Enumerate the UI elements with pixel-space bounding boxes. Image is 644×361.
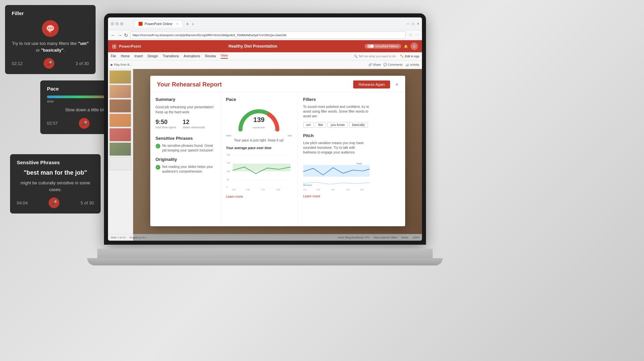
svg-point-3 [52, 28, 53, 29]
menu-animations[interactable]: Animations [184, 54, 200, 58]
stat-time-label: total time spent [156, 126, 176, 129]
menu-view[interactable]: View [221, 54, 228, 59]
slide-7[interactable] [109, 157, 131, 170]
window-minimize[interactable]: − [407, 21, 409, 26]
originality-check-text: Not reading your slides helps your audie… [162, 165, 215, 174]
sensitive-check-item: ✓ No sensitive phrases found. Great job … [156, 143, 215, 153]
activity-button[interactable]: 📊 Activity [405, 63, 419, 66]
gauge-slow-label: slow [226, 134, 231, 137]
user-avatar[interactable]: U [411, 43, 418, 50]
filler-time: 02:12 [12, 61, 23, 66]
comments-button[interactable]: 💬 Comments [383, 63, 402, 66]
browser-dot-yellow [115, 22, 119, 25]
close-report-button[interactable]: × [395, 82, 398, 87]
ppt-title: Healthy Diet Presentation [141, 44, 365, 49]
gauge-labels: slow fast [226, 134, 292, 137]
sensitive-phrases-title: Sensitive Phrases [156, 136, 215, 141]
nav-back-btn[interactable]: ← [111, 33, 115, 38]
report-body: Summary Good job rehearsing your present… [150, 92, 405, 226]
sensitive-card-title: Sensitive Phrases [17, 160, 94, 165]
browser-tab[interactable]: PowerPoint Online × [134, 20, 183, 27]
simplified-ribbon-toggle[interactable]: Simplified Ribbon [365, 44, 401, 49]
svg-text:2:25: 2:25 [232, 189, 236, 191]
laptop: PowerPoint Online × + › − □ × ← → [97, 13, 429, 332]
url-text: https://microsoft-my.sharepoint.com/p/p/… [132, 34, 286, 37]
svg-text:100: 100 [238, 129, 242, 131]
pace-time: 02:57 [47, 121, 58, 126]
pace-title: Pace [226, 97, 292, 102]
rehearsal-report-modal: Your Rehearsal Report Rehearse Again × [150, 76, 405, 226]
sensitive-check-text: No sensitive phrases found. Great job ke… [162, 143, 215, 153]
svg-text:7:15: 7:15 [261, 189, 265, 191]
menu-file[interactable]: File [111, 54, 116, 58]
new-tab-btn[interactable]: + [186, 21, 189, 26]
sensitive-time: 04:04 [17, 200, 28, 205]
menu-insert[interactable]: Insert [135, 54, 143, 58]
menu-review[interactable]: Review [205, 54, 216, 58]
pitch-description: Low pitch variation means you may have s… [303, 141, 370, 155]
svg-point-1 [48, 28, 49, 29]
tell-me[interactable]: 🔍 Tell me what you want to do [354, 55, 395, 58]
filler-mic-icon: 🎤 [44, 58, 54, 69]
edit-in-app[interactable]: ✏️ Edit in App [400, 55, 419, 58]
bookmark-icon[interactable]: ☆ [409, 33, 412, 37]
browser-chrome: PowerPoint Online × + › − □ × [108, 17, 422, 30]
menu-transitions[interactable]: Transitions [163, 54, 179, 58]
pitch-learn-more[interactable]: Learn more [303, 194, 370, 198]
tab-close-btn[interactable]: × [176, 22, 178, 26]
gauge-unit: words/min [253, 126, 265, 129]
url-bar[interactable]: https://microsoft-my.sharepoint.com/p/p/… [130, 32, 406, 39]
filler-tag-basically: basically [349, 122, 368, 128]
svg-text:0: 0 [226, 186, 228, 188]
sensitive-float-card: Sensitive Phrases "best man for the job"… [10, 154, 101, 214]
window-maximize[interactable]: □ [412, 21, 414, 26]
nav-forward-btn[interactable]: → [117, 33, 122, 38]
svg-text:0:20: 0:20 [316, 189, 320, 191]
sensitive-quote: "best man for the job" [17, 169, 94, 176]
rehearse-again-button[interactable]: Rehearse Again [353, 80, 390, 88]
summary-description: Good job rehearsing your presentation! K… [156, 105, 215, 115]
pace-column: Pace [221, 92, 298, 226]
sensitive-mic-icon: 🎤 [49, 197, 59, 208]
ppt-logo: PowerPoint [119, 44, 141, 48]
gauge-fast-label: fast [288, 134, 292, 137]
svg-text:9:50: 9:50 [276, 189, 280, 191]
laptop-bottom [97, 249, 433, 259]
stat-slides: 12 slides rehearsed [183, 119, 205, 129]
filler-card-text: Try to not use too many fillers like "um… [12, 40, 89, 53]
fillers-description: To sound more polished and confident, tr… [303, 105, 370, 119]
settings-icon[interactable]: ⋯ [416, 33, 419, 37]
filler-tag-like: like [315, 122, 326, 128]
svg-text:150: 150 [226, 162, 230, 164]
browser-tab-label: PowerPoint Online [145, 22, 172, 26]
window-close[interactable]: × [417, 21, 419, 26]
slide-2[interactable] [109, 85, 131, 98]
filler-count: 3 of 30 [75, 61, 89, 66]
menu-design[interactable]: Design [148, 54, 158, 58]
summary-title: Summary [156, 97, 215, 102]
slide-4[interactable] [109, 114, 131, 127]
nav-refresh-btn[interactable]: ↻ [124, 33, 128, 38]
notification-icon[interactable]: 🔔 [404, 45, 408, 48]
svg-text:0:50: 0:50 [360, 189, 364, 191]
pace-learn-more[interactable]: Learn more [226, 195, 292, 198]
menu-home[interactable]: Home [121, 54, 130, 58]
share-button[interactable]: 🔗 Share [368, 63, 381, 66]
filler-card-icon [42, 20, 59, 37]
pace-message: Your pace is just right. Keep it up! [226, 138, 292, 142]
slide-5[interactable] [109, 128, 131, 141]
svg-text:200: 200 [226, 154, 230, 156]
filler-tag-um: um [303, 122, 314, 128]
tab-arrow[interactable]: › [192, 21, 194, 26]
play-from-button[interactable]: ▶ Play from B... [111, 63, 132, 66]
slide-3[interactable] [109, 99, 131, 113]
filler-tags: um like you know basically [303, 122, 370, 128]
pace-chart: 200 150 100 50 0 [226, 152, 292, 192]
ppt-main: Your Rehearsal Report Rehearse Again × [108, 69, 422, 241]
avg-pace-title: Your average pace over time [226, 146, 292, 150]
modal-overlay: Your Rehearsal Report Rehearse Again × [133, 69, 422, 241]
slide-1[interactable] [109, 70, 131, 84]
svg-text:Target: Target [356, 163, 362, 165]
slide-6[interactable] [109, 142, 131, 156]
check-icon-originality: ✓ [156, 165, 160, 170]
